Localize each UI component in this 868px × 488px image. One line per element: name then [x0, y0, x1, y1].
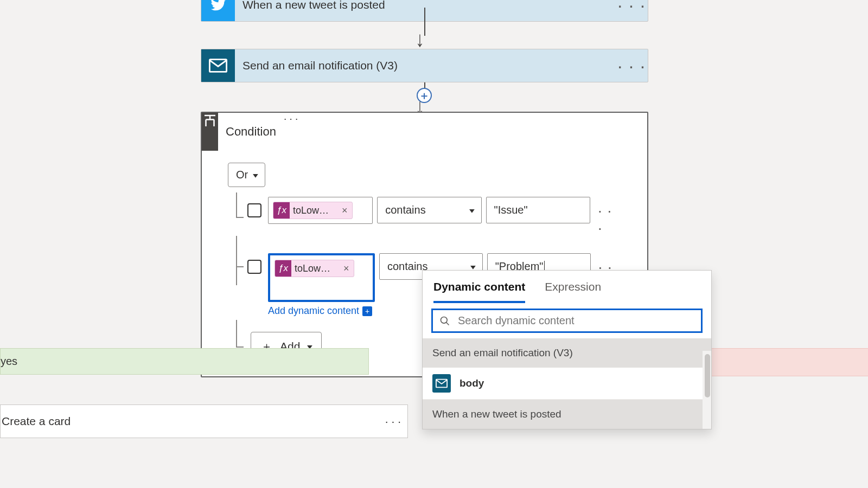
tab-expression[interactable]: Expression — [545, 280, 601, 303]
step-overflow-menu[interactable]: · · · — [385, 415, 401, 428]
chevron-down-icon: ▾ — [469, 206, 474, 215]
tree-line — [236, 346, 244, 348]
yes-branch-banner[interactable]: yes — [0, 348, 369, 375]
tree-line — [236, 192, 237, 217]
step-title: Condition — [218, 113, 284, 151]
dynamic-content-flyout: Dynamic content Expression Send an email… — [422, 270, 712, 429]
remove-token-button[interactable]: × — [337, 205, 352, 216]
remove-token-button[interactable]: × — [339, 263, 354, 274]
condition-header[interactable]: Condition · · · — [202, 113, 647, 151]
step-overflow-menu[interactable]: · · · — [615, 49, 648, 82]
condition-icon — [202, 113, 218, 151]
add-dynamic-label: Add dynamic content — [268, 305, 359, 317]
flyout-section-header: Send an email notification (V3) — [423, 338, 711, 368]
condition-value-input[interactable]: "Issue" — [486, 197, 590, 223]
tree-line — [236, 236, 237, 285]
tree-line — [236, 217, 244, 218]
step-overflow-menu[interactable]: · · · — [284, 113, 298, 151]
flyout-section-header: When a new tweet is posted — [423, 400, 711, 429]
dynamic-content-item-body[interactable]: body — [423, 368, 711, 400]
token-label: toLower(… — [291, 263, 339, 274]
step-send-email[interactable]: Send an email notification (V3) · · · — [201, 49, 648, 82]
condition-row: ƒx toLower(… × contains ▾ "Issue" · · · — [228, 197, 621, 237]
search-icon — [439, 316, 450, 326]
logic-operator-select[interactable]: Or ▾ — [228, 163, 265, 187]
expression-token[interactable]: ƒx toLower(… × — [273, 202, 353, 219]
mail-icon — [432, 374, 451, 393]
flow-designer-canvas: When a new tweet is posted · · · ↓ Send … — [0, 0, 868, 488]
tree-line — [236, 266, 244, 267]
token-label: toLower(… — [290, 205, 337, 216]
item-label: body — [459, 377, 484, 389]
plus-icon: + — [362, 306, 372, 316]
flyout-scrollbar[interactable] — [703, 351, 711, 429]
row-checkbox[interactable] — [247, 260, 261, 274]
step-create-card[interactable]: Create a card · · · — [0, 404, 408, 438]
expression-token[interactable]: ƒx toLower(… × — [275, 260, 354, 277]
step-title: Send an email notification (V3) — [235, 49, 615, 82]
add-dynamic-content-link[interactable]: Add dynamic content + — [268, 305, 375, 317]
tab-dynamic-content[interactable]: Dynamic content — [433, 280, 525, 303]
mail-icon — [201, 49, 235, 82]
operator-label: contains — [385, 204, 426, 216]
svg-point-1 — [441, 317, 448, 323]
fx-icon: ƒx — [273, 202, 290, 219]
logic-operator-label: Or — [236, 169, 248, 181]
condition-left-operand[interactable]: ƒx toLower(… × — [268, 197, 373, 224]
chevron-down-icon: ▾ — [253, 171, 258, 179]
flyout-tabs: Dynamic content Expression — [423, 271, 711, 303]
arrow-down-icon: ↓ — [416, 27, 424, 52]
scrollbar-thumb[interactable] — [705, 354, 710, 397]
row-checkbox[interactable] — [247, 203, 261, 217]
branch-label: yes — [1, 355, 17, 367]
connector-line — [424, 8, 425, 36]
tree-line — [236, 320, 237, 346]
twitter-icon — [201, 0, 235, 21]
fx-icon: ƒx — [275, 260, 291, 277]
condition-left-operand[interactable]: ƒx toLower(… × — [268, 253, 375, 302]
step-overflow-menu[interactable]: · · · — [615, 0, 648, 21]
dynamic-content-search[interactable] — [431, 309, 703, 333]
step-title: Create a card — [2, 415, 71, 428]
row-overflow-menu[interactable]: · · · — [598, 197, 621, 237]
search-input[interactable] — [458, 314, 694, 327]
condition-operator-select[interactable]: contains ▾ — [377, 197, 481, 223]
value-text: "Issue" — [494, 204, 528, 216]
